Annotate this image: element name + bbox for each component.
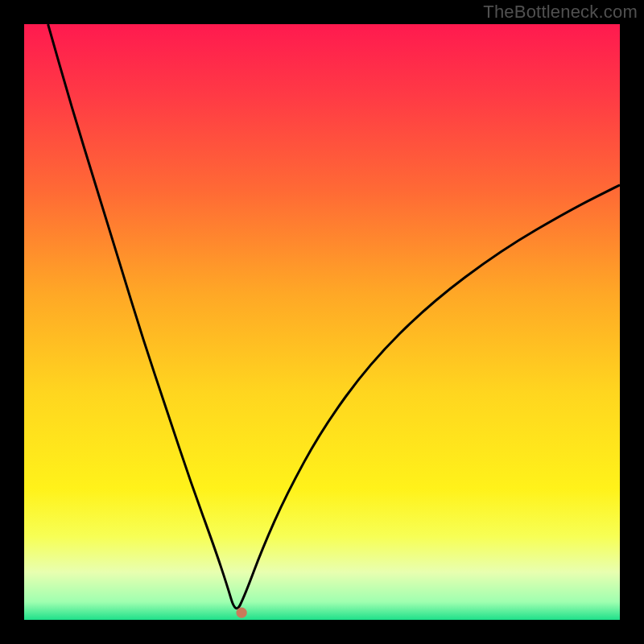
plot-area: [24, 24, 620, 620]
minimum-marker-icon: [236, 607, 246, 617]
watermark-text: TheBottleneck.com: [483, 2, 638, 23]
chart-frame: TheBottleneck.com: [0, 0, 644, 644]
curve-layer: [24, 24, 620, 620]
bottleneck-curve: [48, 24, 620, 609]
